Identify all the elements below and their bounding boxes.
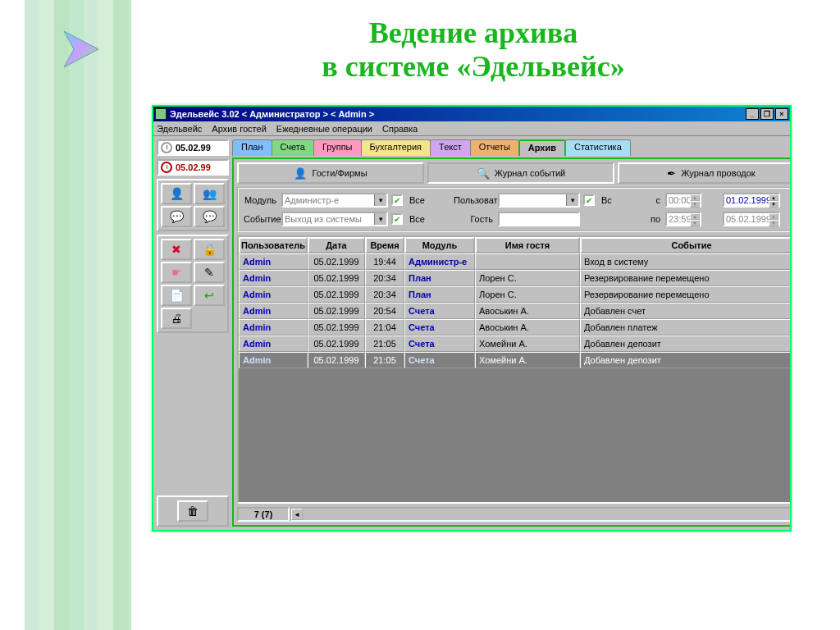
cell-time: 19:44	[365, 253, 404, 270]
event-table: Пользователь Дата Время Модуль Имя гостя…	[237, 235, 790, 504]
window-title: Эдельвейс 3.02 < Администратор > < Admin…	[170, 109, 746, 119]
filter-from-label: с	[649, 195, 662, 205]
slide-title: Ведение архива в системе «Эдельвейс»	[139, 16, 807, 84]
horizontal-scrollbar[interactable]: ◄ ►	[290, 507, 790, 522]
tool-chat-icon[interactable]: 💬	[161, 206, 192, 227]
table-row[interactable]: Admin05.02.199921:05СчетаХомейни А.Добав…	[239, 336, 790, 352]
filter-from-date-value: 01.02.1999	[726, 195, 771, 205]
col-event[interactable]: Событие	[580, 237, 790, 253]
col-user[interactable]: Пользователь	[239, 237, 308, 253]
filter-to-time[interactable]: 23:59▲▼	[665, 212, 701, 226]
tool-doc-icon[interactable]: 📄	[161, 285, 192, 306]
business-date-chip[interactable]: 05.02.99	[157, 159, 229, 176]
cell-guest: Лорен С.	[475, 286, 580, 303]
tab-statistics[interactable]: Статистика	[565, 139, 631, 156]
tool-chat2-icon[interactable]: 💬	[194, 206, 225, 227]
cell-time: 21:05	[365, 336, 404, 352]
filter-to-time-value: 23:59	[669, 214, 692, 224]
maximize-button[interactable]: ❐	[760, 108, 774, 120]
filter-user-all-check[interactable]: ✔	[583, 194, 595, 206]
scroll-left-icon[interactable]: ◄	[291, 509, 303, 520]
subtab-posting-journal[interactable]: ✒ Журнал проводок	[618, 162, 790, 184]
cell-date: 05.02.1999	[308, 352, 365, 368]
tab-reports[interactable]: Отчеты	[470, 139, 519, 156]
menu-help[interactable]: Справка	[382, 124, 418, 134]
filter-module-all-check[interactable]: ✔	[391, 194, 403, 206]
cell-date: 05.02.1999	[308, 253, 365, 270]
table-row[interactable]: Admin05.02.199921:04СчетаАвоськин А.Доба…	[239, 319, 790, 336]
col-date[interactable]: Дата	[308, 237, 365, 253]
minimize-button[interactable]: _	[746, 108, 759, 120]
tab-text[interactable]: Текст	[430, 139, 471, 156]
tool-group-icon[interactable]: 👥	[194, 183, 225, 204]
cell-user: Admin	[239, 253, 308, 270]
left-panel: 05.02.99 05.02.99 👤 👥 💬 💬 ✖ 🔒 ☛ ✎ 📄 ↩ 🖨	[157, 139, 229, 527]
filter-module-combo[interactable]: Администр-е	[281, 193, 388, 208]
subtab-guests-label: Гости/Фирмы	[312, 168, 367, 178]
table-row[interactable]: Admin05.02.199921:05СчетаХомейни А.Добав…	[239, 352, 790, 368]
system-date-text: 05.02.99	[176, 143, 211, 153]
cell-time: 20:34	[365, 286, 404, 303]
row-count: 7 (7)	[237, 507, 290, 522]
cell-time: 20:54	[365, 303, 404, 319]
filter-from-time[interactable]: 00:00▲▼	[665, 193, 701, 208]
archive-pane: 👤 Гости/Фирмы 🔍 Журнал событий ✒ Журнал …	[232, 158, 790, 527]
filter-guest-input[interactable]	[498, 212, 580, 226]
cell-guest	[475, 253, 580, 270]
tab-accounting[interactable]: Бухгалтерия	[361, 139, 431, 156]
person-icon: 👤	[294, 167, 307, 180]
trash-icon[interactable]: 🗑	[177, 500, 208, 522]
filter-event-label: Событие	[244, 214, 278, 224]
filter-event-all-label: Все	[409, 214, 424, 224]
title-line-2: в системе «Эдельвейс»	[322, 50, 624, 83]
app-window: Эдельвейс 3.02 < Администратор > < Admin…	[152, 105, 792, 532]
filter-from-date[interactable]: 01.02.1999▲▼	[723, 193, 780, 208]
cell-event: Добавлен депозит	[580, 352, 790, 368]
filter-event-all-check[interactable]: ✔	[391, 213, 403, 225]
subtab-guests[interactable]: 👤 Гости/Фирмы	[237, 162, 424, 184]
subtab-journal-label: Журнал событий	[495, 168, 565, 178]
tab-archive[interactable]: Архив	[518, 139, 566, 156]
cell-module: Счета	[404, 336, 475, 352]
cell-time: 21:04	[365, 319, 404, 336]
filter-box: Модуль Администр-е ✔ Все Пользоват ✔ Вс …	[237, 187, 790, 232]
titlebar: Эдельвейс 3.02 < Администратор > < Admin…	[153, 107, 790, 121]
cell-user: Admin	[239, 319, 308, 336]
tool-hand-icon[interactable]: ☛	[161, 262, 192, 283]
cell-guest: Хомейни А.	[475, 352, 580, 368]
tool-back-icon[interactable]: ↩	[194, 285, 225, 306]
col-guest[interactable]: Имя гостя	[475, 237, 580, 253]
cell-user: Admin	[239, 270, 308, 286]
menu-edelweiss[interactable]: Эдельвейс	[157, 124, 202, 134]
tab-accounts[interactable]: Счета	[272, 139, 314, 156]
cell-date: 05.02.1999	[308, 336, 365, 352]
title-line-1: Ведение архива	[369, 16, 578, 49]
filter-to-date[interactable]: 05.02.1999▲▼	[723, 212, 780, 226]
cell-time: 20:34	[365, 270, 404, 286]
tool-lock-icon[interactable]: 🔒	[194, 239, 225, 260]
cell-date: 05.02.1999	[308, 319, 365, 336]
system-date-chip[interactable]: 05.02.99	[157, 139, 229, 156]
filter-user-combo[interactable]	[498, 193, 580, 208]
menu-daily-ops[interactable]: Ежедневные операции	[276, 124, 372, 134]
menu-guest-archive[interactable]: Архив гостей	[212, 124, 266, 134]
subtab-postings-label: Журнал проводок	[681, 168, 755, 178]
table-row[interactable]: Admin05.02.199920:34ПланЛорен С.Резервир…	[239, 270, 790, 286]
table-row[interactable]: Admin05.02.199920:54СчетаАвоськин А.Доба…	[239, 303, 790, 319]
workspace: 05.02.99 05.02.99 👤 👥 💬 💬 ✖ 🔒 ☛ ✎ 📄 ↩ 🖨	[153, 136, 790, 530]
tool-edit-icon[interactable]: ✎	[194, 262, 225, 283]
table-row[interactable]: Admin05.02.199919:44Администр-еВход в си…	[239, 253, 790, 270]
subtab-event-journal[interactable]: 🔍 Журнал событий	[427, 162, 614, 184]
tool-print-icon[interactable]: 🖨	[161, 308, 192, 329]
tool-delete-icon[interactable]: ✖	[161, 239, 192, 260]
col-module[interactable]: Модуль	[404, 237, 475, 253]
col-time[interactable]: Время	[365, 237, 404, 253]
table-row[interactable]: Admin05.02.199920:34ПланЛорен С.Резервир…	[239, 286, 790, 303]
cell-module: Администр-е	[404, 253, 475, 270]
cell-user: Admin	[239, 303, 308, 319]
close-button[interactable]: ×	[775, 108, 788, 120]
tab-plan[interactable]: План	[232, 139, 272, 156]
tool-person-icon[interactable]: 👤	[161, 183, 192, 204]
filter-event-combo[interactable]: Выход из системы	[281, 212, 388, 226]
tab-groups[interactable]: Группы	[313, 139, 362, 156]
